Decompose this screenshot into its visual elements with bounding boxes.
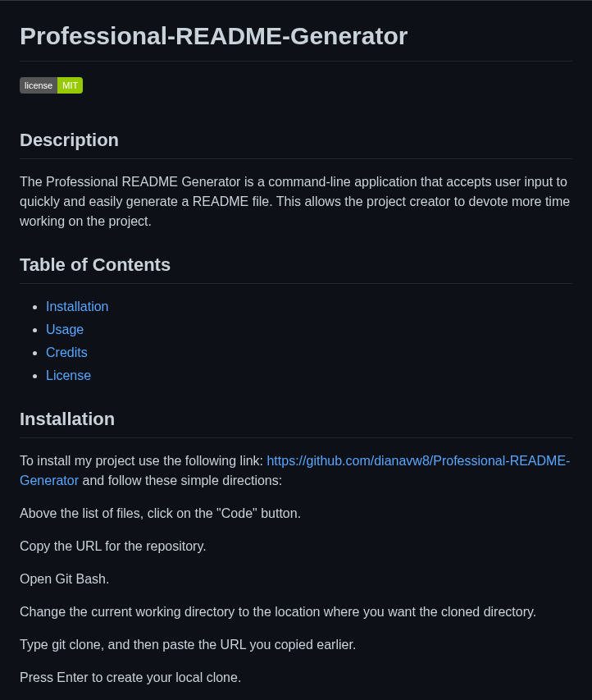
toc-link-credits[interactable]: Credits xyxy=(46,345,88,359)
toc-list: Installation Usage Credits License xyxy=(20,297,572,386)
installation-intro: To install my project use the following … xyxy=(20,451,572,491)
installation-step: Press Enter to create your local clone. xyxy=(20,668,572,688)
installation-heading: Installation xyxy=(20,405,572,438)
badge-label: license xyxy=(20,77,57,94)
toc-link-installation[interactable]: Installation xyxy=(46,300,109,313)
toc-link-license[interactable]: License xyxy=(46,368,91,382)
installation-step: Open Git Bash. xyxy=(20,570,572,589)
list-item: Credits xyxy=(46,343,572,363)
list-item: Installation xyxy=(46,297,572,317)
installation-step: Change the current working directory to … xyxy=(20,602,572,622)
installation-step: Type git clone, and then paste the URL y… xyxy=(20,635,572,655)
page-title: Professional-README-Generator xyxy=(20,17,572,62)
installation-intro-suffix: and follow these simple directions: xyxy=(79,474,282,487)
badge-value: MIT xyxy=(57,77,83,94)
installation-step: Above the list of files, click on the "C… xyxy=(20,504,572,524)
installation-step: Copy the URL for the repository. xyxy=(20,537,572,556)
toc-link-usage[interactable]: Usage xyxy=(46,323,84,336)
description-heading: Description xyxy=(20,126,572,159)
list-item: Usage xyxy=(46,320,572,340)
toc-heading: Table of Contents xyxy=(20,251,572,284)
installation-intro-prefix: To install my project use the following … xyxy=(20,454,266,468)
license-badge: license MIT xyxy=(20,77,83,94)
description-text: The Professional README Generator is a c… xyxy=(20,172,572,231)
list-item: License xyxy=(46,366,572,386)
